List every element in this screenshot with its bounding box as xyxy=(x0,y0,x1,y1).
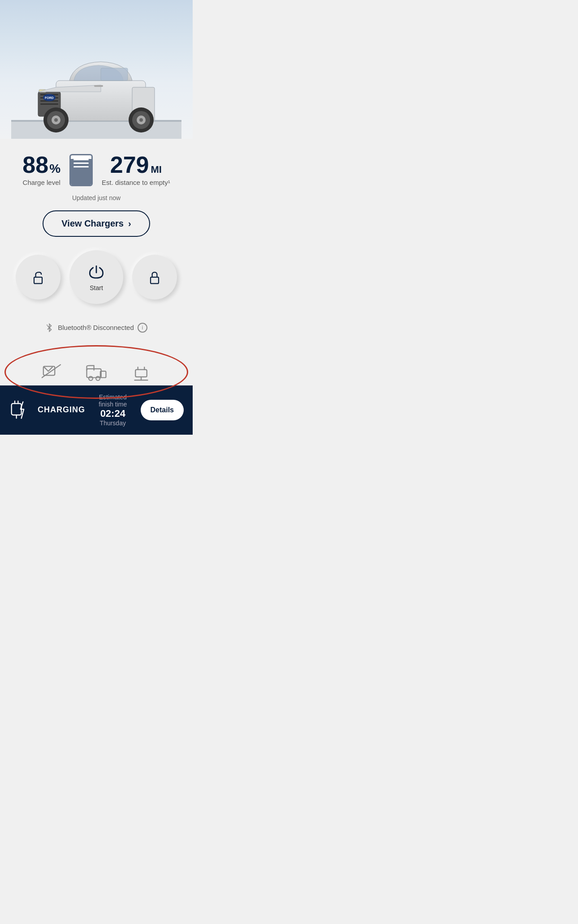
nav-icon-truck-button[interactable] xyxy=(81,359,112,385)
battery-icon xyxy=(69,154,93,186)
charging-time: 02:24 xyxy=(92,408,134,419)
distance-stat: 279MI Est. distance to empty¹ xyxy=(102,153,170,187)
view-chargers-button[interactable]: View Chargers › xyxy=(43,210,150,237)
charging-info: Estimated finish time 02:24 Thursday xyxy=(92,394,134,427)
battery-line-1 xyxy=(73,159,89,160)
nav-icon-plug-button[interactable] xyxy=(125,359,157,385)
battery-lines xyxy=(73,159,89,167)
chevron-right-icon: › xyxy=(128,218,131,229)
start-button[interactable]: Start xyxy=(69,250,123,304)
svg-point-29 xyxy=(96,376,100,380)
svg-point-16 xyxy=(54,118,58,122)
details-button[interactable]: Details xyxy=(141,400,184,420)
battery-line-2 xyxy=(73,163,89,164)
distance-unit: MI xyxy=(151,165,162,175)
svg-line-24 xyxy=(47,325,48,325)
charging-status-label: CHARGING xyxy=(38,405,85,415)
charging-icon-wrap xyxy=(9,399,30,421)
charging-bar: CHARGING Estimated finish time 02:24 Thu… xyxy=(0,385,193,435)
svg-rect-31 xyxy=(135,369,147,376)
distance-value: 279MI xyxy=(110,153,162,176)
unlock-button[interactable] xyxy=(16,255,60,299)
svg-rect-7 xyxy=(40,103,58,105)
svg-rect-22 xyxy=(34,277,42,283)
bluetooth-status-text: Bluetooth® Disconnected xyxy=(58,324,134,331)
lock-icon xyxy=(147,269,163,285)
plug-icon xyxy=(131,363,151,381)
distance-number: 279 xyxy=(110,153,149,176)
lock-button[interactable] xyxy=(132,255,177,299)
svg-point-20 xyxy=(139,118,143,122)
battery-line-3 xyxy=(73,166,89,167)
bluetooth-bar: Bluetooth® Disconnected i xyxy=(36,317,156,338)
alert-icon xyxy=(42,363,61,381)
svg-rect-11 xyxy=(101,68,128,81)
info-icon[interactable]: i xyxy=(138,323,147,333)
charge-label: Charge level xyxy=(23,178,60,187)
nav-icon-alert-button[interactable] xyxy=(36,359,67,385)
charge-unit: % xyxy=(49,163,60,175)
truck-image: FORD xyxy=(11,40,181,139)
charge-percent-number: 88 xyxy=(22,153,48,176)
bottom-section: CHARGING Estimated finish time 02:24 Thu… xyxy=(0,354,193,435)
stats-section: 88% Charge level 279MI Est. distance to … xyxy=(0,139,193,354)
svg-rect-0 xyxy=(11,121,181,139)
unlock-icon xyxy=(30,269,46,285)
charging-day: Thursday xyxy=(92,419,134,427)
svg-rect-23 xyxy=(151,277,159,283)
svg-rect-35 xyxy=(12,403,22,415)
estimated-label: Estimated finish time xyxy=(92,394,134,408)
charging-plug-icon xyxy=(9,400,30,420)
svg-text:FORD: FORD xyxy=(45,96,54,99)
details-label: Details xyxy=(151,406,174,414)
bottom-nav-icons xyxy=(0,354,193,385)
updated-text: Updated just now xyxy=(72,194,121,201)
hero-section: FORD xyxy=(0,0,193,139)
svg-rect-21 xyxy=(94,85,103,87)
view-chargers-label: View Chargers xyxy=(61,218,124,229)
controls-row: Start xyxy=(16,250,177,304)
truck-icon xyxy=(85,363,108,381)
charge-value: 88% xyxy=(22,153,60,176)
svg-point-28 xyxy=(89,376,93,380)
stats-row: 88% Charge level 279MI Est. distance to … xyxy=(22,153,170,187)
power-icon xyxy=(86,263,106,282)
start-label: Start xyxy=(90,284,103,291)
charge-level-stat: 88% Charge level xyxy=(22,153,60,187)
bluetooth-icon xyxy=(45,323,54,332)
distance-label: Est. distance to empty¹ xyxy=(102,178,170,187)
